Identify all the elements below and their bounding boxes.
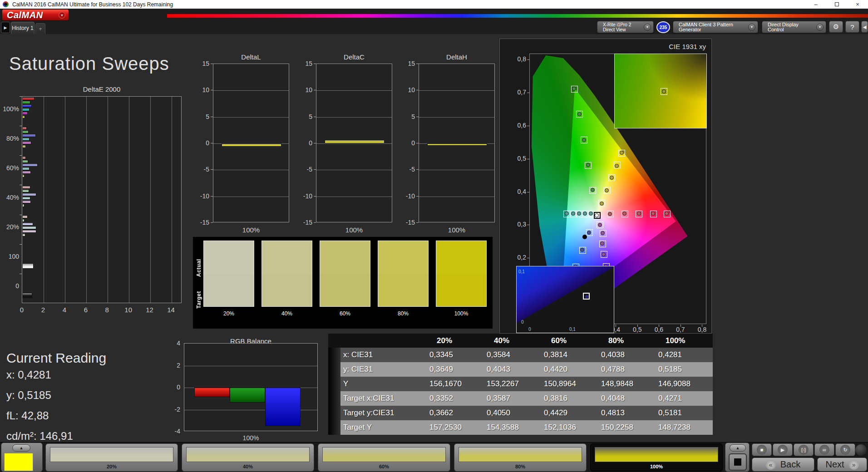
tick-mark xyxy=(314,90,316,90)
meter-dropdown[interactable]: X-Rite i1Pro 2Direct View ▼ xyxy=(597,21,654,33)
transport-button-4[interactable]: ↻ xyxy=(835,443,855,456)
calman-window: CalMAN 2016 CalMAN Ultimate for Business… xyxy=(0,0,868,472)
patch-button-20%[interactable]: 20% xyxy=(45,443,178,472)
luminance-badge[interactable]: 235 xyxy=(656,21,670,33)
tick-mark xyxy=(416,90,419,90)
cie-point-yellow-1-target xyxy=(598,200,605,206)
minimize-button[interactable]: – xyxy=(805,0,826,9)
reading-cdm2: cd/m²: 146,91 xyxy=(6,430,73,442)
cie-point-cyan-2-target xyxy=(582,211,589,217)
next-button[interactable]: Next » xyxy=(817,457,867,472)
actual-target-swatch-panel: Actual Target 20%40%60%80%100% xyxy=(193,237,493,329)
back-button[interactable]: « Back xyxy=(752,457,814,472)
cie-point-red-2-target xyxy=(621,211,628,217)
y-tick-label: -10 xyxy=(289,192,312,200)
deltae-bar-100 xyxy=(22,263,34,269)
tab-history-1[interactable]: History 1 xyxy=(11,22,35,34)
inset-target-marker xyxy=(583,293,590,300)
cie-zoom-inset-yellow xyxy=(614,54,707,128)
cie-point-green-5-target xyxy=(571,86,578,93)
y-tick-label: 100% xyxy=(0,105,19,113)
tick-mark xyxy=(416,143,419,143)
tick-mark xyxy=(314,143,316,143)
transport-icon: ■ xyxy=(757,445,767,455)
cie-point-green-2-measured xyxy=(586,163,590,167)
patch-button-100%[interactable]: 100% xyxy=(590,443,723,472)
stop-pattern-button[interactable] xyxy=(729,453,747,471)
table-cell: 0,5181 xyxy=(656,406,713,420)
x-tick-label: 6 xyxy=(79,306,92,314)
cie-point-magenta-3-measured xyxy=(600,241,604,246)
y-tick-label: 5 xyxy=(186,113,209,120)
cie-point-red-2-measured xyxy=(622,211,626,216)
table-corner-cell xyxy=(328,334,340,348)
target-swatch xyxy=(436,274,486,306)
add-tab-button[interactable]: + xyxy=(35,23,45,34)
close-button[interactable]: × xyxy=(847,0,868,9)
compare-swatch-label: 60% xyxy=(320,310,370,317)
deltae-bar-60%-0 xyxy=(22,156,26,159)
table-col-header-80%: 80% xyxy=(598,334,656,348)
cie-point-green-1-measured xyxy=(591,188,595,192)
tab-scroll-button[interactable]: ▶ xyxy=(1,22,10,33)
deltae-bar-60%-2 xyxy=(22,163,38,167)
gear-icon: ⚙ xyxy=(833,23,839,31)
settings-button[interactable]: ⚙ xyxy=(829,21,843,33)
table-cell: 0,3816 xyxy=(541,391,598,406)
y-tick-label: 80% xyxy=(0,135,19,142)
expand-controls-button[interactable]: ▲ xyxy=(730,444,746,452)
tick-mark xyxy=(527,126,529,126)
transport-button-3[interactable]: ∞ xyxy=(814,443,834,456)
tick-mark xyxy=(211,64,213,64)
cie-y-tick-label: 0,5 xyxy=(503,155,526,162)
transport-button-2[interactable]: [·] xyxy=(794,443,814,456)
deltae-bar-40%-4 xyxy=(22,200,31,203)
patch-button-60%[interactable]: 60% xyxy=(318,443,450,472)
patch-button-40%[interactable]: 40% xyxy=(182,443,314,472)
gridline xyxy=(213,117,289,118)
table-row-x: CIE31: x: CIE310,33450,35840,38140,40380,4281 xyxy=(328,348,713,362)
display-control-dropdown[interactable]: Direct Display Control ▼ xyxy=(762,21,826,33)
table-cell: 0,5185 xyxy=(656,362,713,377)
expand-patch-panel-button[interactable]: ▲ xyxy=(12,444,30,452)
cie-y-tick-label: 0,7 xyxy=(503,88,526,96)
transport-button-1[interactable]: ▶ xyxy=(773,443,793,456)
pattern-status-icon xyxy=(675,22,676,32)
patch-swatch xyxy=(595,447,718,462)
cie-point-magenta-4-target xyxy=(601,251,607,258)
row-handle xyxy=(328,348,340,362)
collapse-panel-button[interactable]: ◀ xyxy=(861,21,868,33)
cie-point-red-5-target xyxy=(664,211,671,217)
deltaH-plot-area xyxy=(419,64,495,222)
patch-button-80%[interactable]: 80% xyxy=(454,443,587,472)
target-swatch xyxy=(262,274,312,306)
maximize-button[interactable] xyxy=(826,0,847,9)
transport-icon: ▶ xyxy=(778,445,788,455)
inset-tick-label: 0,1 xyxy=(569,327,576,332)
cie-point-yellow-5-measured xyxy=(620,151,624,155)
cie-point-green-1-target xyxy=(589,187,596,194)
x-axis-label: 100% xyxy=(316,226,392,234)
deltae-plot-area xyxy=(22,96,182,303)
deltae-bar-40%-1 xyxy=(22,189,29,192)
gridline xyxy=(316,197,392,197)
inset-measured-dot xyxy=(585,295,589,299)
pattern-generator-dropdown[interactable]: CalMAN Client 3 Pattern Generator ▼ xyxy=(673,21,758,33)
transport-button-0[interactable]: ■ xyxy=(752,443,772,456)
gridline xyxy=(316,90,392,91)
patch-label: 20% xyxy=(46,464,178,469)
table-cell: 146,9088 xyxy=(656,377,713,391)
compare-swatch-label: 80% xyxy=(378,310,429,317)
help-button[interactable]: ? xyxy=(845,21,859,33)
table-cell: 0,4813 xyxy=(598,406,656,420)
cie-point-blue-2-target xyxy=(579,247,586,254)
cie-x-tick-label: 0,7 xyxy=(672,326,689,333)
tick-mark xyxy=(314,64,316,64)
pattern-bar: ▲ ▲ « Back Next » 20%40%60%80%100%■▶[·]∞… xyxy=(0,442,868,472)
tick-mark xyxy=(211,196,213,197)
y-tick-label: 10 xyxy=(186,86,209,93)
cie-point-blue-2-measured xyxy=(580,248,584,252)
title-bar: CalMAN 2016 CalMAN Ultimate for Business… xyxy=(0,0,868,9)
cie-1931-panel: CIE 1931 xy 0,80,70,60,50,40,30,20,1000,… xyxy=(499,39,712,334)
calman-logo-menu[interactable]: CalMAN ▼ xyxy=(2,10,69,20)
